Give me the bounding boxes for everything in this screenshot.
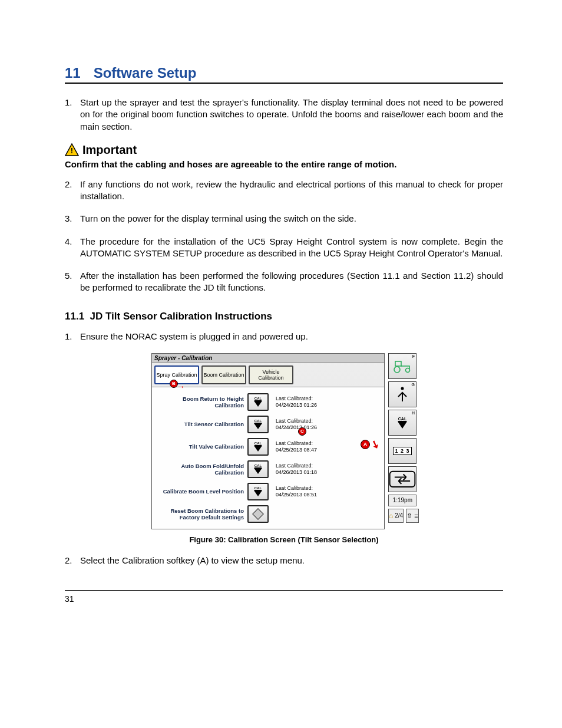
arrow-icon: → [177, 382, 185, 391]
triangle-down-icon [254, 446, 262, 452]
important-callout: ! Important Confirm that the cabling and… [65, 143, 503, 169]
chapter-heading: 11Software Setup [65, 65, 503, 84]
svg-rect-2 [395, 361, 401, 366]
up-arrow-icon [396, 386, 409, 403]
tractor-icon [392, 359, 413, 373]
tab-boom-calibration[interactable]: Boom Calibration [201, 365, 246, 384]
pager-up[interactable]: ⇧ ≡ [406, 509, 418, 523]
list-item: 4.The procedure for the installation of … [65, 236, 503, 260]
sub-number: 11.1 [65, 311, 84, 322]
softkey-h-cal[interactable]: H CAL [388, 410, 416, 436]
numbers-icon: 1 2 3 [393, 447, 411, 455]
home-icon: ⌂ [389, 512, 393, 520]
tab-vehicle-calibration[interactable]: Vehicle Calibration [249, 365, 293, 384]
list-icon: ≡ [414, 512, 418, 519]
subheading: 11.1 JD Tilt Sensor Calibration Instruct… [65, 311, 503, 322]
softkey-swap[interactable] [388, 466, 416, 492]
cal-button[interactable]: CAL [247, 460, 269, 478]
softkey-f-tractor[interactable]: F [388, 353, 416, 379]
list-item: 5.After the installation has been perfor… [65, 270, 503, 294]
triangle-down-icon [254, 423, 262, 429]
svg-text:!: ! [71, 146, 73, 155]
ordered-list-2b: 2.Select the Calibration softkey (A) to … [65, 555, 503, 566]
up-arrow-icon: ⇧ [406, 512, 412, 520]
cal-row-boom-level: Calibrate Boom Level Position CAL Last C… [156, 480, 381, 503]
time-display: 1:19pm [388, 495, 416, 506]
marker-a: A ➘ [361, 438, 380, 451]
cal-button[interactable]: CAL [247, 393, 269, 411]
list-item: 3.Turn on the power for the display term… [65, 213, 503, 225]
tabs: Spray Calibration B → Boom Calibration V… [152, 363, 384, 387]
chapter-number: 11 [65, 65, 81, 81]
list-item: 2.Select the Calibration softkey (A) to … [65, 555, 503, 566]
calibration-list: Boom Return to Height Calibration CAL La… [152, 387, 384, 529]
softkey-g-up[interactable]: G [388, 381, 416, 407]
pager: ⌂ 2/4 ⇧ ≡ [388, 509, 416, 523]
cal-button[interactable]: CAL [247, 483, 269, 500]
screen-main: Sprayer - Calibration Spray Calibration … [151, 353, 385, 529]
cal-row-reset: Reset Boom Calibrations to Factory Defau… [156, 503, 381, 525]
marker-c: C [298, 427, 306, 436]
swap-icon [389, 470, 416, 488]
svg-point-5 [401, 387, 404, 390]
triangle-down-icon [398, 421, 407, 429]
list-item: 1.Ensure the NORAC system is plugged in … [65, 331, 503, 342]
sub-title: JD Tilt Sensor Calibration Instructions [90, 311, 273, 322]
cal-row-tilt-valve: Tilt Valve Calibration CAL Last Calibrat… [156, 436, 381, 458]
figure: A ➘ Sprayer - Calibration Spray Calibrat… [65, 353, 503, 544]
triangle-down-icon [254, 490, 262, 496]
ordered-list-1: 1.Start up the sprayer and test the spra… [65, 97, 503, 133]
cal-button[interactable]: CAL [247, 416, 269, 433]
figure-caption: Figure 30: Calibration Screen (Tilt Sens… [189, 535, 378, 544]
cal-row-auto-fold: Auto Boom Fold/Unfold Calibration CAL La… [156, 458, 381, 480]
reset-button[interactable] [247, 505, 269, 523]
important-text: Confirm that the cabling and hoses are a… [65, 159, 503, 169]
ordered-list-1b: 2.If any functions do not work, review t… [65, 179, 503, 294]
important-label: Important [82, 143, 137, 157]
svg-point-3 [394, 367, 400, 373]
softkey-123[interactable]: 1 2 3 [388, 438, 416, 464]
cal-button[interactable]: CAL [247, 438, 269, 456]
triangle-down-icon [254, 401, 262, 407]
diamond-arrow-icon [252, 508, 264, 520]
warning-icon: ! [65, 143, 79, 156]
tab-spray-calibration[interactable]: Spray Calibration B → [154, 365, 199, 384]
softkey-column: F G [388, 353, 416, 529]
page-footer: 31 [65, 590, 503, 604]
chapter-title: Software Setup [94, 65, 197, 81]
screen-title: Sprayer - Calibration [152, 354, 384, 363]
pager-home[interactable]: ⌂ 2/4 [388, 509, 404, 523]
cal-row-boom-return: Boom Return to Height Calibration CAL La… [156, 391, 381, 413]
ordered-list-2a: 1.Ensure the NORAC system is plugged in … [65, 331, 503, 342]
list-item: 1.Start up the sprayer and test the spra… [65, 97, 503, 133]
triangle-down-icon [254, 468, 262, 474]
page-number: 31 [65, 594, 74, 604]
list-item: 2.If any functions do not work, review t… [65, 179, 503, 203]
svg-rect-6 [390, 472, 415, 487]
cal-row-tilt-sensor: Tilt Sensor Calibration CAL Last Calibra… [156, 413, 381, 436]
